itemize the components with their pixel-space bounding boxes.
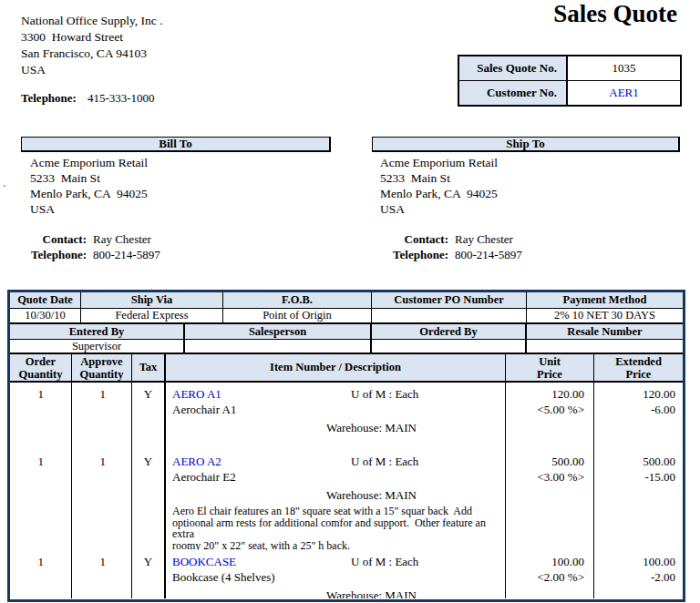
item-description-cell: AERO A2 U of M : Each Aerochair E2 Wareh… — [166, 450, 506, 550]
quote-number-row: Sales Quote No. 1035 — [459, 56, 680, 80]
extended-price-cell: 100.00 -2.00 — [594, 550, 683, 598]
approve-qty-cell: 1 — [72, 450, 132, 550]
unit-price-column-header: Unit Price — [506, 354, 594, 381]
bill-to-contact-row: Contact: Ray Chester — [21, 231, 160, 247]
customer-number-label: Customer No. — [459, 81, 568, 105]
item-number-link[interactable]: AERO A2 — [172, 455, 221, 468]
ship-to-telephone-label: Telephone: — [383, 247, 448, 262]
order-header-row1: Quote Date Ship Via F.O.B. Customer PO N… — [10, 292, 683, 309]
order-values-row2: Supervisor — [10, 340, 683, 354]
company-address: National Office Supply, Inc . 3300 Howar… — [21, 13, 163, 78]
bill-to-telephone-label: Telephone: — [21, 247, 87, 262]
order-table: Quote Date Ship Via F.O.B. Customer PO N… — [7, 290, 685, 602]
ship-to-address: Acme Emporium Retail 5233 Main St Menlo … — [380, 155, 498, 217]
customer-number-row: Customer No. AER1 — [459, 80, 680, 105]
payment-method-value: 2% 10 NET 30 DAYS — [527, 309, 683, 322]
extended-price-header-line1: Extended — [615, 355, 662, 368]
item-row-1: 1 1 Y AERO A1 U of M : Each Aerochair A1… — [10, 383, 683, 450]
discount-percent: <5.00 %> — [506, 402, 584, 417]
ordered-by-value — [372, 340, 527, 353]
warehouse-label: Warehouse: MAIN — [326, 487, 505, 503]
unit-price-cell: 100.00 <2.00 %> — [506, 550, 594, 598]
salesperson-header: Salesperson — [185, 324, 372, 339]
ship-to-contact-label: Contact: — [383, 231, 448, 247]
item-number-link[interactable]: BOOKCASE — [172, 555, 236, 568]
bill-to-contact-value: Ray Chester — [93, 231, 151, 247]
extended-price-column-header: Extended Price — [594, 354, 683, 381]
bill-to-contact-block: Contact: Ray Chester Telephone: 800-214-… — [21, 231, 160, 262]
ship-to-telephone-row: Telephone: 800-214-5897 — [383, 247, 522, 262]
bill-to-telephone-row: Telephone: 800-214-5897 — [21, 247, 160, 262]
bill-to-address: Acme Emporium Retail 5233 Main St Menlo … — [30, 155, 148, 217]
order-qty-cell: 1 — [10, 550, 72, 598]
ship-to-telephone-value: 800-214-5897 — [455, 247, 522, 262]
item-description-text: Bookcase (4 Shelves) — [172, 569, 505, 585]
approve-qty-column-header: Approve Quantity — [72, 354, 132, 381]
company-telephone-label: Telephone: — [21, 91, 77, 106]
bill-to-contact-label: Contact: — [21, 231, 87, 247]
quote-date-header: Quote Date — [10, 292, 81, 308]
tax-column-header: Tax — [132, 354, 166, 381]
customer-number-link[interactable]: AER1 — [568, 81, 680, 105]
page-title: Sales Quote — [553, 1, 677, 26]
discount-amount: -15.00 — [594, 469, 675, 485]
unit-price-cell: 120.00 <5.00 %> — [506, 383, 594, 450]
unit-price-value: 500.00 — [506, 454, 584, 469]
approve-qty-cell: 1 — [72, 550, 132, 598]
discount-amount: -2.00 — [594, 569, 675, 585]
entered-by-value: Supervisor — [10, 340, 185, 353]
company-telephone-value: 415-333-1000 — [88, 91, 155, 106]
item-description-column-header: Item Number / Description — [166, 354, 506, 381]
tax-cell: Y — [132, 450, 166, 550]
order-qty-header-line1: Order — [26, 355, 56, 368]
warehouse-label: Warehouse: MAIN — [326, 420, 505, 435]
item-description-cell: AERO A1 U of M : Each Aerochair A1 Wareh… — [166, 383, 506, 450]
ship-to-contact-block: Contact: Ray Chester Telephone: 800-214-… — [383, 231, 522, 262]
items-header-row: Order Quantity Approve Quantity Tax Item… — [10, 354, 683, 383]
unit-price-cell: 500.00 <3.00 %> — [506, 450, 594, 550]
payment-method-header: Payment Method — [527, 292, 683, 308]
ordered-by-header: Ordered By — [372, 324, 527, 339]
quote-number-label: Sales Quote No. — [459, 56, 568, 80]
discount-percent: <2.00 %> — [506, 569, 584, 585]
fob-value: Point of Origin — [223, 309, 372, 322]
uofm-label: U of M : Each — [351, 386, 418, 402]
quote-info-table: Sales Quote No. 1035 Customer No. AER1 — [458, 55, 682, 107]
extended-price-value: 500.00 — [594, 454, 675, 469]
salesperson-value — [185, 340, 372, 353]
unit-price-header-line2: Price — [537, 368, 562, 381]
resale-number-header: Resale Number — [527, 324, 683, 339]
order-qty-column-header: Order Quantity — [10, 354, 72, 381]
order-header-row2: Entered By Salesperson Ordered By Resale… — [10, 324, 683, 340]
discount-amount: -6.00 — [594, 402, 675, 417]
quote-number-value: 1035 — [568, 56, 680, 80]
approve-qty-header-line1: Approve — [80, 355, 122, 368]
item-description-text: Aerochair E2 — [172, 469, 505, 485]
customer-po-value — [372, 309, 527, 322]
tax-cell: Y — [132, 383, 166, 450]
approve-qty-cell: 1 — [72, 383, 132, 450]
item-row-2: 1 1 Y AERO A2 U of M : Each Aerochair E2… — [10, 450, 683, 550]
ship-via-header: Ship Via — [81, 292, 223, 308]
resale-number-value — [527, 340, 683, 353]
order-qty-cell: 1 — [10, 450, 72, 550]
extended-price-cell: 120.00 -6.00 — [594, 383, 683, 450]
extended-price-value: 120.00 — [594, 386, 675, 402]
order-qty-header-line2: Quantity — [19, 368, 63, 381]
ship-to-contact-value: Ray Chester — [455, 231, 513, 247]
approve-qty-header-line2: Quantity — [80, 368, 124, 381]
bill-to-telephone-value: 800-214-5897 — [93, 247, 160, 262]
fob-header: F.O.B. — [223, 292, 372, 308]
item-number-link[interactable]: AERO A1 — [172, 387, 221, 401]
ship-via-value: Federal Express — [81, 309, 223, 322]
extended-price-header-line2: Price — [626, 368, 652, 381]
unit-price-header-line1: Unit — [539, 355, 561, 368]
company-telephone-row: Telephone: 415-333-1000 — [21, 91, 155, 106]
uofm-label: U of M : Each — [351, 454, 418, 469]
bill-to-header: Bill To — [21, 137, 331, 152]
item-description-text: Aerochair A1 — [172, 402, 505, 417]
item-long-description: Aero El chair features an 18" square sea… — [172, 506, 505, 550]
unit-price-value: 100.00 — [506, 554, 584, 569]
customer-po-header: Customer PO Number — [372, 292, 527, 308]
item-row-3: 1 1 Y BOOKCASE U of M : Each Bookcase (4… — [10, 550, 683, 598]
